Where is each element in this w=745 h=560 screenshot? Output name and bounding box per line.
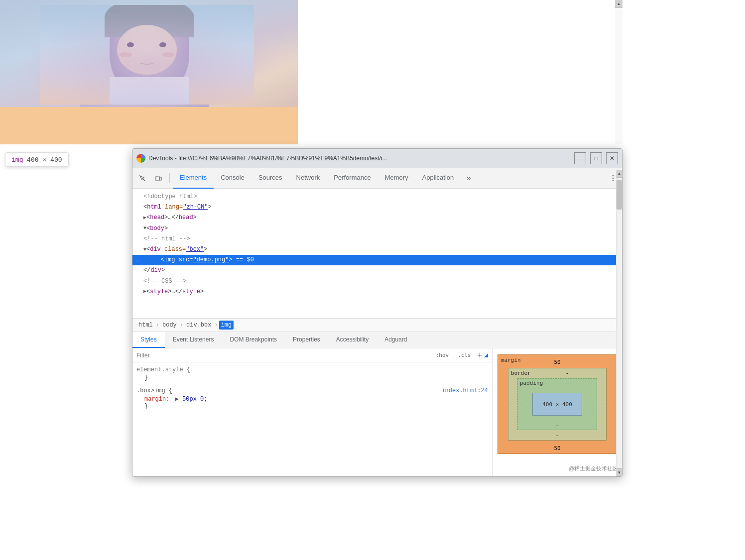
tab-more-button[interactable]: »: [462, 171, 476, 185]
comment-html: <!-- html -->: [143, 234, 190, 244]
box-model-diagram: margin 50 50 - - border - - - -: [497, 354, 617, 454]
css-prop-margin[interactable]: margin: ▶ 50px 0;: [144, 395, 488, 403]
svg-rect-2: [160, 177, 161, 180]
sub-tab-event-listeners[interactable]: Event Listeners: [165, 332, 222, 348]
tree-line-comment-css[interactable]: <!-- CSS -->: [132, 276, 622, 287]
breadcrumb-div[interactable]: div.box: [184, 321, 213, 330]
sub-tab-dom-breakpoints[interactable]: DOM Breakpoints: [222, 332, 285, 348]
breadcrumb-sep1: ›: [156, 322, 159, 329]
devtools-window: DevTools - file:///C:/%E6%BA%90%E7%A0%81…: [132, 148, 622, 477]
border-val-top[interactable]: -: [566, 370, 569, 376]
tag-open: <: [146, 213, 150, 223]
margin-val-right[interactable]: -: [611, 401, 615, 408]
css-selector-box[interactable]: .box>img { index.html:24: [136, 387, 488, 394]
img-tag: img: [164, 255, 175, 265]
src-val: "demo.png": [193, 255, 229, 265]
indent-2: [136, 246, 143, 254]
dollar-zero: $0: [247, 255, 253, 265]
breadcrumb-body[interactable]: body: [160, 321, 179, 330]
devtools-tabs: Elements Console Sources Network Perform…: [132, 168, 622, 189]
tab-performance[interactable]: Performance: [327, 168, 377, 189]
sub-tab-properties[interactable]: Properties: [285, 332, 328, 348]
margin-box[interactable]: margin 50 50 - - border - - - -: [497, 354, 617, 454]
sub-tab-styles[interactable]: Styles: [132, 332, 165, 348]
scrollbar-track[interactable]: [615, 8, 622, 144]
css-closing-1: }: [144, 374, 488, 381]
device-toolbar-icon[interactable]: [151, 171, 165, 185]
minimize-button[interactable]: –: [574, 152, 586, 164]
tab-console[interactable]: Console: [214, 168, 251, 189]
content-box[interactable]: 400 × 400: [532, 393, 582, 416]
src-attr: src=: [175, 255, 193, 265]
margin-val-left[interactable]: -: [500, 401, 503, 408]
border-val-left[interactable]: -: [510, 401, 513, 408]
tree-line-div-box[interactable]: ▼ <div class="box" >: [132, 244, 622, 255]
tab-memory[interactable]: Memory: [378, 168, 415, 189]
tree-line-div-close[interactable]: </div>: [132, 265, 622, 276]
tree-line-doctype[interactable]: <!doctype html>: [132, 192, 622, 202]
breadcrumb-img[interactable]: img: [219, 321, 234, 330]
breadcrumb-bar: html › body › div.box › img: [132, 318, 622, 332]
margin-val-bottom[interactable]: 50: [554, 445, 560, 451]
padding-val-bottom[interactable]: -: [556, 422, 559, 429]
cls-button[interactable]: .cls: [454, 350, 475, 360]
styles-split: :hov .cls + element.style {: [132, 348, 622, 476]
head-tag: head: [150, 213, 164, 223]
no-arrow: [136, 204, 143, 212]
div-tag: div: [150, 245, 161, 254]
tooltip-tag: img: [11, 156, 23, 163]
css-source-link[interactable]: index.html:24: [441, 387, 488, 394]
maximize-button[interactable]: □: [590, 152, 602, 164]
devtools-body: <!doctype html> <html lang="zh-CN" > ▶ <…: [132, 189, 622, 476]
tree-line-img[interactable]: … <img src="demo.png" > == $0: [132, 255, 622, 265]
page-viewport: ▲: [0, 0, 622, 149]
svg-point-5: [613, 180, 614, 181]
indent-2: [136, 235, 143, 243]
devtools-scroll-thumb[interactable]: [617, 180, 622, 210]
tree-line-html[interactable]: <html lang="zh-CN" >: [132, 202, 622, 213]
padding-val-right[interactable]: -: [592, 401, 596, 408]
sub-tab-adguard[interactable]: Adguard: [376, 332, 415, 348]
dots: …: [136, 256, 146, 265]
devtools-scrollbar[interactable]: ▲ ▼: [616, 170, 622, 476]
sub-tabs: Styles Event Listeners DOM Breakpoints P…: [132, 332, 622, 348]
border-val-right[interactable]: -: [601, 401, 605, 408]
tab-sources[interactable]: Sources: [251, 168, 289, 189]
devtools-scroll-down[interactable]: ▼: [617, 468, 622, 476]
padding-box[interactable]: padding - - - 400 × 400: [517, 378, 597, 430]
indent-2: [136, 267, 143, 275]
margin-val-top[interactable]: 50: [554, 359, 560, 365]
html-tree[interactable]: <!doctype html> <html lang="zh-CN" > ▶ <…: [132, 189, 622, 318]
sub-tab-accessibility[interactable]: Accessibility: [328, 332, 376, 348]
tab-network[interactable]: Network: [289, 168, 327, 189]
window-controls: – □ ✕: [574, 152, 618, 164]
tab-elements[interactable]: Elements: [173, 168, 214, 189]
breadcrumb-sep2: ›: [180, 322, 183, 329]
tab-divider: [169, 173, 170, 183]
tooltip-dimensions: 400 × 400: [27, 156, 62, 163]
margin-arrow[interactable]: ▶: [175, 396, 179, 403]
tab-application[interactable]: Application: [415, 168, 461, 189]
add-style-button[interactable]: +: [478, 351, 482, 360]
filter-input[interactable]: [136, 352, 428, 359]
tree-line-body[interactable]: ▼ <body>: [132, 224, 622, 234]
breadcrumb-html[interactable]: html: [136, 321, 155, 330]
hov-button[interactable]: :hov: [432, 350, 453, 360]
scrollbar-up-arrow[interactable]: ▲: [615, 0, 622, 8]
css-rule-box-img: .box>img { index.html:24 margin: ▶ 50px …: [136, 387, 488, 410]
border-box[interactable]: border - - - - padding - - -: [508, 368, 607, 441]
tree-line-comment-html[interactable]: <!-- html -->: [132, 234, 622, 244]
close-button[interactable]: ✕: [606, 152, 618, 164]
css-rules[interactable]: element.style { } .box>img { index.html:…: [132, 362, 492, 476]
devtools-scroll-up[interactable]: ▲: [617, 170, 622, 178]
border-val-bottom[interactable]: -: [556, 432, 559, 439]
svg-line-0: [143, 178, 145, 181]
tree-line-style[interactable]: ▶ <style>…</style>: [132, 287, 622, 297]
tree-line-head[interactable]: ▶ <head>…</head>: [132, 213, 622, 223]
padding-val-left[interactable]: -: [519, 401, 522, 408]
inspect-element-icon[interactable]: [135, 171, 149, 185]
svg-rect-1: [156, 176, 159, 181]
page-scrollbar[interactable]: ▲: [615, 0, 622, 144]
html-tag: html: [147, 203, 161, 212]
css-selector-element[interactable]: element.style {: [136, 366, 488, 373]
